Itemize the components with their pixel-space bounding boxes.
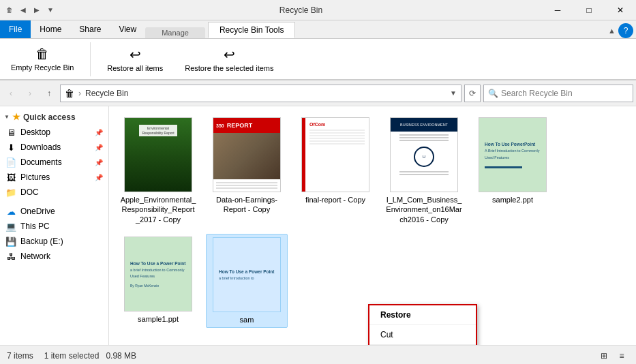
address-arrow: › bbox=[78, 89, 81, 98]
recycle-bin-address-icon: 🗑 bbox=[65, 88, 74, 99]
file-name-sample2: sample2.ppt bbox=[492, 195, 533, 204]
backup-icon: 💾 bbox=[5, 236, 16, 247]
nav-forward-button[interactable]: › bbox=[22, 85, 38, 102]
address-box[interactable]: 🗑 › Recycle Bin ▼ bbox=[60, 85, 461, 102]
apple-thumb-text: EnvironmentalResponsibility Report bbox=[139, 125, 177, 136]
pictures-icon: 🖼 bbox=[5, 172, 16, 183]
address-dropdown[interactable]: ▼ bbox=[450, 89, 457, 97]
sidebar-item-doc[interactable]: 📁 DOC bbox=[0, 185, 108, 200]
item-count: 7 items bbox=[7, 351, 33, 361]
file-thumbnail-earnings: 350 REPORT bbox=[213, 117, 281, 192]
doc-folder-icon: 📁 bbox=[5, 187, 16, 198]
address-path: Recycle Bin bbox=[85, 89, 128, 98]
report-badge: 350 bbox=[216, 123, 224, 128]
sidebar-item-documents-label: Documents bbox=[20, 157, 91, 167]
minimize-button[interactable]: ─ bbox=[542, 0, 573, 20]
file-name-final: final-report - Copy bbox=[305, 195, 365, 204]
sidebar-item-backup-label: Backup (E:) bbox=[20, 237, 103, 246]
tab-home[interactable]: Home bbox=[31, 20, 70, 38]
file-name-sample1: sample1.ppt bbox=[138, 314, 179, 324]
file-item-business[interactable]: BUSINESS ENVIRONMENT U I_LM_Com_Business… bbox=[383, 115, 465, 227]
file-name-sam: sam bbox=[240, 315, 254, 324]
sidebar-item-documents[interactable]: 📄 Documents 📌 bbox=[0, 155, 108, 170]
toolbar-separator-1 bbox=[90, 42, 91, 76]
sidebar-item-onedrive[interactable]: ☁ OneDrive bbox=[0, 204, 108, 219]
quick-access-header[interactable]: ▼ ★ Quick access bbox=[0, 109, 108, 125]
view-list-button[interactable]: ≡ bbox=[614, 348, 629, 363]
tab-view[interactable]: View bbox=[110, 20, 145, 38]
ofcom-logo: OfCom bbox=[309, 122, 365, 127]
ppt1-author: By Ryan McKenzie bbox=[130, 284, 159, 288]
file-thumbnail-final: OfCom bbox=[301, 117, 369, 192]
refresh-button[interactable]: ⟳ bbox=[464, 85, 481, 102]
tab-recycle-bin-tools[interactable]: Recycle Bin Tools bbox=[208, 22, 296, 38]
tab-file[interactable]: File bbox=[0, 20, 31, 38]
nav-back-button[interactable]: ‹ bbox=[3, 85, 19, 102]
restore-all-icon: ↩ bbox=[130, 46, 141, 63]
title-bar-controls: ─ □ ✕ bbox=[542, 0, 636, 20]
context-menu-restore[interactable]: Restore bbox=[369, 305, 476, 325]
status-bar: 7 items 1 item selected 0.98 MB ⊞ ≡ bbox=[0, 345, 636, 364]
file-item-sample1[interactable]: How To Use a Power Pointa brief Introduc… bbox=[117, 234, 199, 328]
ppt1-title-text: How To Use a Power Pointa brief Introduc… bbox=[130, 260, 186, 279]
ppt2-title-text: How To Use a Power Pointa brief Introduc… bbox=[219, 269, 275, 282]
search-box[interactable]: 🔍 bbox=[483, 85, 633, 102]
downloads-icon: ⬇ bbox=[5, 142, 16, 153]
file-thumbnail-business: BUSINESS ENVIRONMENT U bbox=[390, 117, 458, 192]
files-area: EnvironmentalResponsibility Report Apple… bbox=[109, 106, 636, 345]
file-thumbnail-sample2: How To Use PowerPointA Brief Introductio… bbox=[479, 117, 547, 192]
sidebar-item-pictures-label: Pictures bbox=[20, 172, 91, 182]
app-icon: 🗑 bbox=[4, 5, 15, 16]
status-left: 7 items 1 item selected 0.98 MB bbox=[7, 351, 136, 361]
restore-all-button[interactable]: ↩ Restore all items bbox=[102, 44, 168, 75]
ribbon-collapse[interactable]: ▲ bbox=[608, 27, 616, 35]
manage-label[interactable]: Manage bbox=[145, 27, 205, 38]
restore-selected-button[interactable]: ↩ Restore the selected items bbox=[179, 44, 279, 75]
tb-forward[interactable]: ▶ bbox=[31, 5, 42, 16]
file-item-earnings[interactable]: 350 REPORT Data-on-Earnings-Report - Cop… bbox=[206, 115, 288, 227]
sidebar-item-downloads[interactable]: ⬇ Downloads 📌 bbox=[0, 140, 108, 155]
sidebar-item-downloads-label: Downloads bbox=[20, 142, 91, 152]
ppt-title-text: How To Use PowerPointA Brief Introductio… bbox=[485, 141, 541, 160]
status-right: ⊞ ≡ bbox=[596, 348, 629, 363]
report-label: REPORT bbox=[227, 122, 253, 129]
maximize-button[interactable]: □ bbox=[573, 0, 605, 20]
file-item-apple[interactable]: EnvironmentalResponsibility Report Apple… bbox=[117, 115, 199, 227]
sidebar-item-backup[interactable]: 💾 Backup (E:) bbox=[0, 234, 108, 249]
sidebar-item-desktop-label: Desktop bbox=[20, 127, 91, 137]
sidebar-item-network[interactable]: 🖧 Network bbox=[0, 249, 108, 264]
view-large-icons-button[interactable]: ⊞ bbox=[596, 348, 611, 363]
file-item-final[interactable]: OfCom final-report - Copy bbox=[294, 115, 376, 227]
sidebar-item-network-label: Network bbox=[20, 252, 103, 261]
nav-up-button[interactable]: ↑ bbox=[41, 85, 57, 102]
search-input[interactable] bbox=[501, 89, 629, 98]
pin-icon-dl: 📌 bbox=[95, 144, 103, 151]
empty-recycle-bin-button[interactable]: 🗑 Empty Recycle Bin bbox=[5, 44, 79, 74]
title-bar-icons: 🗑 ◀ ▶ ▼ bbox=[0, 5, 60, 16]
close-button[interactable]: ✕ bbox=[605, 0, 636, 20]
university-seal: U bbox=[414, 147, 434, 167]
sidebar-item-pictures[interactable]: 🖼 Pictures 📌 bbox=[0, 170, 108, 185]
tab-share[interactable]: Share bbox=[70, 20, 110, 38]
search-icon: 🔍 bbox=[488, 89, 498, 98]
context-menu-cut[interactable]: Cut bbox=[369, 325, 476, 345]
help-button[interactable]: ? bbox=[618, 23, 633, 38]
pin-icon-doc: 📌 bbox=[95, 159, 103, 166]
sidebar-item-doc-label: DOC bbox=[20, 187, 103, 197]
title-bar: 🗑 ◀ ▶ ▼ Recycle Bin ─ □ ✕ bbox=[0, 0, 636, 20]
file-name-earnings: Data-on-Earnings-Report - Copy bbox=[209, 195, 285, 215]
address-bar: ‹ › ↑ 🗑 › Recycle Bin ▼ ⟳ 🔍 bbox=[0, 80, 636, 106]
selected-info: 1 item selected 0.98 MB bbox=[44, 351, 136, 361]
tb-back[interactable]: ◀ bbox=[18, 5, 29, 16]
sidebar-item-this-pc[interactable]: 💻 This PC bbox=[0, 219, 108, 234]
pin-icon: 📌 bbox=[95, 129, 103, 136]
file-item-sam[interactable]: How To Use a Power Pointa brief Introduc… bbox=[206, 234, 288, 328]
tb-fwd2[interactable]: ▼ bbox=[45, 5, 56, 16]
file-thumbnail-sample1: How To Use a Power Pointa brief Introduc… bbox=[124, 237, 192, 312]
network-icon: 🖧 bbox=[5, 251, 16, 262]
sidebar-item-this-pc-label: This PC bbox=[20, 222, 103, 231]
quick-access-star-icon: ★ bbox=[12, 112, 20, 122]
file-item-sample2[interactable]: How To Use PowerPointA Brief Introductio… bbox=[472, 115, 554, 227]
ribbon-toolbar: 🗑 Empty Recycle Bin ↩ Restore all items … bbox=[0, 39, 636, 80]
sidebar-item-desktop[interactable]: 🖥 Desktop 📌 bbox=[0, 125, 108, 140]
